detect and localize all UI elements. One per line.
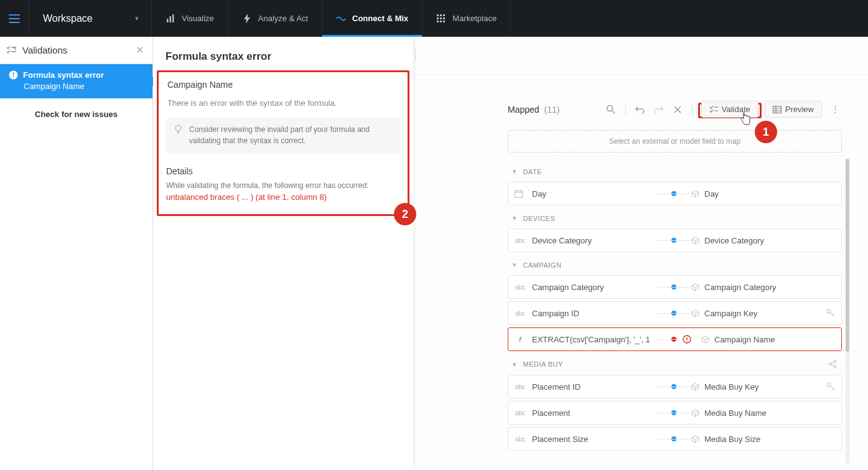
cube-icon: [691, 190, 699, 198]
preview-label: Preview: [785, 105, 814, 114]
info-error-icon[interactable]: [683, 335, 691, 344]
source-field: Day: [532, 189, 546, 199]
calendar-icon: [515, 190, 526, 198]
svg-line-37: [833, 387, 834, 388]
group-campaign[interactable]: ▾ CAMPAIGN: [508, 255, 842, 275]
nav-tabs: Visualize Analyze & Act Connect & Mix Ma…: [152, 0, 511, 37]
text-icon: abc: [515, 436, 526, 443]
svg-point-31: [834, 360, 836, 363]
target-field: Media Buy Name: [704, 408, 767, 418]
map-row-day[interactable]: Day Day: [508, 182, 842, 205]
tip-text: Consider reviewing the invalid part of y…: [189, 124, 393, 146]
details-highlight-box: Campaign Name There is an error with the…: [157, 70, 409, 216]
cube-icon: [691, 237, 699, 245]
svg-rect-1: [170, 16, 172, 22]
table-icon: [773, 106, 782, 113]
scrollbar[interactable]: [846, 159, 849, 464]
cube-icon: [701, 336, 709, 344]
more-icon[interactable]: ⋮: [828, 103, 842, 116]
redo-icon[interactable]: [652, 103, 666, 116]
close-sidebar-button[interactable]: ✕: [136, 44, 144, 56]
validations-icon: [6, 46, 16, 55]
undo-icon[interactable]: [633, 103, 647, 116]
key-icon: [826, 382, 835, 391]
svg-point-29: [686, 341, 688, 342]
scrollbar-thumb[interactable]: [846, 159, 849, 352]
issue-item[interactable]: ! Formula syntax error Campaign Name: [0, 64, 152, 98]
svg-point-32: [834, 365, 836, 368]
map-row-campaign-id[interactable]: abc Campaign ID Campaign Key: [508, 301, 842, 325]
tab-marketplace[interactable]: Marketplace: [422, 0, 511, 37]
map-row-placement[interactable]: abc Placement Media Buy Name: [508, 401, 842, 425]
cube-icon: [691, 435, 699, 443]
chevron-down-icon: ▾: [513, 214, 517, 222]
key-icon: [826, 309, 835, 317]
svg-rect-10: [440, 21, 442, 22]
map-row-campaign-category[interactable]: abc Campaign Category Campaign Category: [508, 275, 842, 299]
svg-line-25: [830, 313, 834, 317]
close-icon[interactable]: [671, 103, 684, 116]
svg-line-13: [612, 111, 615, 113]
details-field: Campaign Name: [166, 73, 400, 98]
svg-rect-6: [437, 17, 439, 19]
cube-icon: [691, 409, 699, 417]
svg-rect-16: [773, 106, 781, 113]
group-date[interactable]: ▾ DATE: [508, 161, 842, 182]
validations-sidebar: Validations ✕ ! Formula syntax error Cam…: [0, 37, 153, 470]
check-new-issues-button[interactable]: Check for new issues: [0, 98, 152, 130]
target-field: Media Buy Size: [704, 435, 760, 444]
text-icon: abc: [515, 383, 526, 390]
tab-analyze[interactable]: Analyze & Act: [228, 0, 322, 37]
workspace-selector[interactable]: Workspace ▾: [29, 0, 152, 37]
cursor-hand-icon: [740, 112, 751, 126]
sidebar-header: Validations ✕: [0, 37, 152, 64]
group-devices[interactable]: ▾ DEVICES: [508, 208, 842, 228]
map-row-placement-id[interactable]: abc Placement ID Media Buy Key: [508, 375, 842, 398]
tab-visualize[interactable]: Visualize: [152, 0, 228, 37]
svg-point-12: [607, 106, 613, 111]
svg-line-36: [830, 386, 834, 390]
tab-connect-mix[interactable]: Connect & Mix: [322, 0, 422, 37]
bars-icon: [166, 14, 175, 24]
target-field: Device Category: [704, 236, 764, 245]
hamburger-icon: [9, 14, 20, 23]
svg-rect-2: [172, 14, 174, 22]
svg-rect-0: [167, 19, 169, 22]
group-label: CAMPAIGN: [523, 261, 562, 269]
details-error-text: unbalanced braces ( ... ) (at line 1, co…: [166, 192, 400, 202]
svg-rect-7: [440, 17, 442, 19]
target-field: Campaign Name: [714, 335, 775, 344]
tab-label: Connect & Mix: [352, 14, 408, 23]
details-tip: Consider reviewing the invalid part of y…: [166, 118, 400, 154]
map-field-placeholder[interactable]: Select an external or model field to map: [508, 130, 842, 153]
text-icon: abc: [515, 284, 526, 291]
group-media-buy[interactable]: ▾ MEDIA BUY: [508, 354, 842, 375]
map-row-placement-size[interactable]: abc Placement Size Media Buy Size: [508, 427, 842, 451]
svg-rect-9: [437, 21, 439, 22]
alert-icon: !: [9, 70, 18, 80]
target-field: Campaign Category: [704, 283, 777, 292]
mapped-area: Mapped (11) Validate: [508, 101, 842, 453]
lightbulb-icon: [174, 125, 183, 146]
mapped-count: (11): [544, 105, 560, 115]
details-title: Formula syntax error: [166, 50, 401, 63]
text-icon: abc: [515, 310, 526, 317]
workspace-label: Workspace: [43, 13, 93, 24]
text-icon: abc: [515, 237, 526, 244]
chevron-down-icon: ▾: [513, 167, 517, 176]
svg-rect-20: [515, 190, 523, 197]
hamburger-menu[interactable]: [0, 0, 29, 37]
search-icon[interactable]: [604, 103, 618, 116]
group-label: DATE: [523, 168, 543, 176]
group-label: DEVICES: [523, 215, 556, 222]
cube-icon: [691, 309, 699, 317]
grid-icon: [436, 14, 446, 24]
map-row-device[interactable]: abc Device Category Device Category: [508, 228, 842, 252]
source-field: Placement: [532, 408, 570, 418]
share-icon[interactable]: [828, 360, 837, 369]
preview-button[interactable]: Preview: [765, 101, 822, 118]
target-field: Campaign Key: [704, 309, 757, 318]
source-field: Device Category: [532, 236, 592, 245]
source-field: Campaign Category: [532, 283, 604, 292]
map-row-campaign-name[interactable]: f EXTRACT(csv['Campaign'], '_', 1 Campai…: [508, 327, 842, 351]
